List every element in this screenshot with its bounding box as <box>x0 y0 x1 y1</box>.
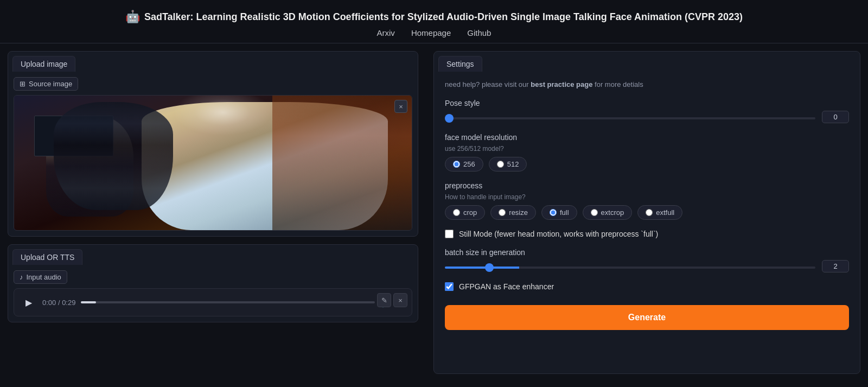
preprocess-extfull-option[interactable]: extfull <box>637 205 682 220</box>
image-close-button[interactable]: × <box>394 100 407 113</box>
face-model-radio-group: 256 512 <box>445 157 849 172</box>
audio-player: ▶ 0:00 / 0:29 🔊 ⋮ <box>21 294 405 310</box>
settings-tab[interactable]: Settings <box>438 56 482 72</box>
gfpgan-label[interactable]: GFPGAN as Face enhancer <box>459 282 554 291</box>
face-model-label: face model resolution <box>445 133 849 142</box>
preprocess-full-radio[interactable] <box>550 209 557 216</box>
audio-progress-bar[interactable] <box>81 301 375 303</box>
still-mode-label[interactable]: Still Mode (fewer head motion, works wit… <box>459 230 658 238</box>
face-model-sublabel: use 256/512 model? <box>445 145 849 153</box>
batch-size-slider-wrapper <box>445 262 815 270</box>
audio-icon: ♪ <box>20 273 23 281</box>
right-bg <box>272 96 412 230</box>
right-panel: Settings need help? please visit our bes… <box>426 43 868 382</box>
pose-style-row: Pose style 0 <box>445 99 849 123</box>
face-model-256-option[interactable]: 256 <box>445 157 483 172</box>
audio-action-buttons: ✎ × <box>377 293 407 307</box>
preprocess-row: preprocess How to handle input image? cr… <box>445 181 849 220</box>
pose-style-slider-wrapper <box>445 112 815 121</box>
upload-audio-section: Upload OR TTS ♪ Input audio ✎ × ▶ 0:00 /… <box>8 244 418 322</box>
gfpgan-checkbox[interactable] <box>445 282 454 291</box>
image-icon: ⊞ <box>20 80 25 88</box>
pose-style-slider-container: 0 <box>445 111 849 123</box>
audio-edit-button[interactable]: ✎ <box>377 293 391 307</box>
gfpgan-row: GFPGAN as Face enhancer <box>445 282 849 291</box>
batch-size-slider[interactable] <box>445 267 815 269</box>
settings-content: need help? please visit our best practic… <box>434 72 860 338</box>
left-panel: Upload image ⊞ Source image <box>0 43 426 382</box>
uploaded-image <box>14 96 412 230</box>
preprocess-extcrop-option[interactable]: extcrop <box>583 205 633 220</box>
help-link[interactable]: best practice page <box>531 80 592 88</box>
arxiv-link[interactable]: Arxiv <box>377 28 395 37</box>
upload-image-section: Upload image ⊞ Source image <box>8 51 418 237</box>
page-title: 🤖 SadTalker: Learning Realistic 3D Motio… <box>11 10 857 24</box>
pose-style-slider[interactable] <box>445 117 815 119</box>
homepage-link[interactable]: Homepage <box>411 28 451 37</box>
audio-container: ♪ Input audio ✎ × ▶ 0:00 / 0:29 🔊 <box>8 265 418 322</box>
preprocess-resize-option[interactable]: resize <box>490 205 536 220</box>
title-emoji: 🤖 <box>125 10 140 24</box>
audio-play-button[interactable]: ▶ <box>21 294 37 310</box>
image-preview[interactable]: × <box>14 95 412 231</box>
header: 🤖 SadTalker: Learning Realistic 3D Motio… <box>0 0 868 43</box>
audio-time: 0:00 / 0:29 <box>42 299 75 307</box>
tv-screen <box>34 116 114 156</box>
input-audio-label: ♪ Input audio <box>14 270 67 284</box>
upload-image-tab[interactable]: Upload image <box>12 56 75 72</box>
preprocess-crop-option[interactable]: crop <box>445 205 485 220</box>
github-link[interactable]: Github <box>467 28 491 37</box>
batch-size-label: batch size in generation <box>445 248 849 257</box>
audio-player-wrapper: ✎ × ▶ 0:00 / 0:29 🔊 ⋮ <box>14 288 412 316</box>
face-model-row: face model resolution use 256/512 model?… <box>445 133 849 172</box>
generate-button[interactable]: Generate <box>445 305 849 330</box>
pose-style-label: Pose style <box>445 99 849 107</box>
preprocess-crop-radio[interactable] <box>453 209 460 216</box>
header-links: Arxiv Homepage Github <box>11 28 857 37</box>
still-mode-row: Still Mode (fewer head motion, works wit… <box>445 230 849 238</box>
still-mode-checkbox[interactable] <box>445 230 454 238</box>
settings-help-text: need help? please visit our best practic… <box>445 79 849 90</box>
preprocess-full-option[interactable]: full <box>541 205 577 220</box>
main-layout: Upload image ⊞ Source image <box>0 43 868 382</box>
face-model-512-option[interactable]: 512 <box>489 157 527 172</box>
bg-person <box>46 116 133 217</box>
pose-style-value: 0 <box>822 111 849 123</box>
batch-size-slider-container: 2 <box>445 260 849 272</box>
preprocess-extcrop-radio[interactable] <box>591 209 598 216</box>
preprocess-extfull-radio[interactable] <box>646 209 653 216</box>
upload-audio-tab[interactable]: Upload OR TTS <box>12 249 82 265</box>
face-model-512-radio[interactable] <box>497 161 504 168</box>
audio-progress-fill <box>81 301 95 303</box>
batch-size-value: 2 <box>822 260 849 272</box>
preprocess-label: preprocess <box>445 181 849 190</box>
source-image-label: ⊞ Source image <box>14 77 78 91</box>
audio-remove-button[interactable]: × <box>393 293 407 307</box>
preprocess-radio-group: crop resize full extcrop <box>445 205 849 220</box>
preprocess-sublabel: How to handle input image? <box>445 193 849 201</box>
preprocess-resize-radio[interactable] <box>499 209 506 216</box>
face-model-256-radio[interactable] <box>453 161 460 168</box>
image-container: ⊞ Source image <box>8 72 418 236</box>
settings-panel: Settings need help? please visit our bes… <box>433 51 860 374</box>
batch-size-row: batch size in generation 2 <box>445 248 849 272</box>
